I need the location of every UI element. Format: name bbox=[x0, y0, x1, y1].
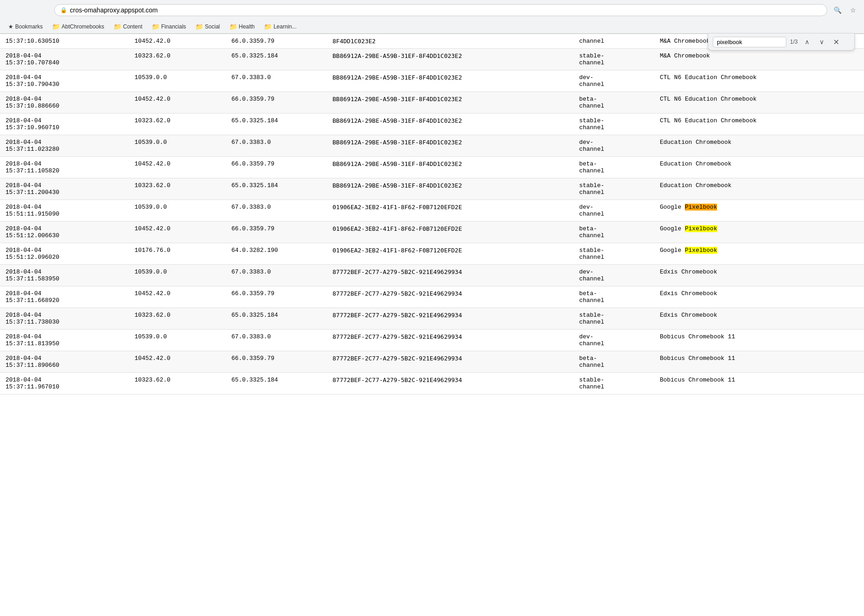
folder-icon-content: 📁 bbox=[114, 23, 121, 30]
cell-version1: 10452.42.0 bbox=[129, 157, 226, 178]
cell-version2: 66.0.3359.79 bbox=[226, 286, 327, 308]
cell-version2: 66.0.3359.79 bbox=[226, 157, 327, 178]
cell-device: CTL N6 Education Chromebook bbox=[654, 70, 864, 92]
star-icon: ★ bbox=[8, 23, 13, 30]
lock-icon: 🔒 bbox=[60, 7, 67, 13]
folder-icon-financials: 📁 bbox=[152, 23, 159, 30]
cell-uuid: BB86912A-29BE-A59B-31EF-8F4DD1C023E2 bbox=[327, 157, 574, 178]
forward-button[interactable] bbox=[21, 4, 34, 17]
bookmark-item-social[interactable]: 📁 Social bbox=[192, 22, 224, 31]
back-button[interactable] bbox=[5, 4, 17, 17]
folder-icon-social: 📁 bbox=[195, 23, 203, 30]
cell-channel: dev- channel bbox=[574, 70, 654, 92]
cell-timestamp: 2018-04-04 15:51:11.915090 bbox=[0, 200, 129, 222]
cell-version1: 10452.42.0 bbox=[129, 92, 226, 114]
cell-channel: stable- channel bbox=[574, 49, 654, 70]
bookmark-item-bookmarks[interactable]: ★ Bookmarks bbox=[5, 23, 46, 31]
cell-device: Bobicus Chromebook 11 bbox=[654, 330, 864, 351]
cell-channel: dev- channel bbox=[574, 330, 654, 351]
cell-device: Edxis Chromebook bbox=[654, 265, 864, 286]
bookmark-item-learning[interactable]: 📁 Learnin... bbox=[260, 22, 300, 31]
cell-version2: 67.0.3383.0 bbox=[226, 265, 327, 286]
address-input[interactable] bbox=[70, 6, 821, 14]
find-up-button[interactable]: ∧ bbox=[801, 36, 813, 47]
bookmarks-bar: ★ Bookmarks 📁 AbtChromebooks 📁 Content 📁… bbox=[0, 20, 864, 34]
cell-timestamp: 2018-04-04 15:37:11.200430 bbox=[0, 178, 129, 200]
bookmark-item-health[interactable]: 📁 Health bbox=[226, 22, 259, 31]
table-row: 2018-04-04 15:51:12.09602010176.76.064.0… bbox=[0, 243, 864, 265]
search-button[interactable]: 🔍 bbox=[831, 4, 844, 17]
cell-device: Education Chromebook bbox=[654, 157, 864, 178]
table-row: 2018-04-04 15:37:10.96071010323.62.065.0… bbox=[0, 114, 864, 135]
cell-device: Education Chromebook bbox=[654, 178, 864, 200]
bookmark-label-learning: Learnin... bbox=[273, 23, 296, 30]
cell-version2: 65.0.3325.184 bbox=[226, 114, 327, 135]
find-down-button[interactable]: ∨ bbox=[816, 36, 827, 47]
highlighted-text: Pixelbook bbox=[685, 247, 717, 254]
bookmark-label-financials: Financials bbox=[161, 23, 186, 30]
find-bar: 1/3 ∧ ∨ ✕ bbox=[708, 34, 855, 51]
table-row: 2018-04-04 15:37:10.79043010539.0.067.0.… bbox=[0, 70, 864, 92]
cell-channel: beta- channel bbox=[574, 286, 654, 308]
cell-device: CTL N6 Education Chromebook bbox=[654, 92, 864, 114]
table-container: 15:37:10.63051010452.42.066.0.3359.798F4… bbox=[0, 34, 864, 394]
bookmark-item-content[interactable]: 📁 Content bbox=[110, 22, 146, 31]
table-row: 2018-04-04 15:37:11.66892010452.42.066.0… bbox=[0, 286, 864, 308]
cell-version2: 66.0.3359.79 bbox=[226, 222, 327, 243]
cell-version1: 10452.42.0 bbox=[129, 286, 226, 308]
cell-version2: 64.0.3282.190 bbox=[226, 243, 327, 265]
table-row: 2018-04-04 15:37:11.10582010452.42.066.0… bbox=[0, 157, 864, 178]
data-table: 15:37:10.63051010452.42.066.0.3359.798F4… bbox=[0, 34, 864, 394]
star-button[interactable]: ☆ bbox=[847, 4, 859, 17]
cell-timestamp: 2018-04-04 15:37:11.668920 bbox=[0, 286, 129, 308]
cell-channel: stable- channel bbox=[574, 373, 654, 394]
cell-uuid: BB86912A-29BE-A59B-31EF-8F4DD1C023E2 bbox=[327, 49, 574, 70]
cell-uuid: 87772BEF-2C77-A279-5B2C-921E49629934 bbox=[327, 308, 574, 330]
table-row: 2018-04-04 15:51:11.91509010539.0.067.0.… bbox=[0, 200, 864, 222]
cell-uuid: BB86912A-29BE-A59B-31EF-8F4DD1C023E2 bbox=[327, 114, 574, 135]
cell-device: Edxis Chromebook bbox=[654, 286, 864, 308]
folder-icon-health: 📁 bbox=[229, 23, 237, 30]
cell-channel: channel bbox=[574, 34, 654, 49]
bookmark-item-abt[interactable]: 📁 AbtChromebooks bbox=[48, 22, 108, 31]
cell-device: Bobicus Chromebook 11 bbox=[654, 351, 864, 373]
cell-timestamp: 2018-04-04 15:37:10.960710 bbox=[0, 114, 129, 135]
cell-uuid: 01906EA2-3EB2-41F1-8F62-F0B7120EFD2E bbox=[327, 200, 574, 222]
cell-version2: 66.0.3359.79 bbox=[226, 351, 327, 373]
table-row: 2018-04-04 15:37:10.70784010323.62.065.0… bbox=[0, 49, 864, 70]
cell-version2: 67.0.3383.0 bbox=[226, 135, 327, 157]
cell-timestamp: 2018-04-04 15:37:11.583950 bbox=[0, 265, 129, 286]
cell-channel: dev- channel bbox=[574, 265, 654, 286]
cell-timestamp: 2018-04-04 15:37:10.707840 bbox=[0, 49, 129, 70]
cell-version2: 65.0.3325.184 bbox=[226, 308, 327, 330]
cell-timestamp: 2018-04-04 15:37:11.105820 bbox=[0, 157, 129, 178]
cell-version1: 10323.62.0 bbox=[129, 49, 226, 70]
cell-timestamp: 15:37:10.630510 bbox=[0, 34, 129, 49]
cell-version2: 66.0.3359.79 bbox=[226, 34, 327, 49]
cell-uuid: BB86912A-29BE-A59B-31EF-8F4DD1C023E2 bbox=[327, 92, 574, 114]
cell-device: Education Chromebook bbox=[654, 135, 864, 157]
cell-version1: 10323.62.0 bbox=[129, 178, 226, 200]
folder-icon-abt: 📁 bbox=[52, 23, 60, 30]
cell-device: Edxis Chromebook bbox=[654, 308, 864, 330]
table-row: 2018-04-04 15:37:10.88666010452.42.066.0… bbox=[0, 92, 864, 114]
cell-timestamp: 2018-04-04 15:37:11.967010 bbox=[0, 373, 129, 394]
bookmark-item-financials[interactable]: 📁 Financials bbox=[148, 22, 190, 31]
cell-version1: 10452.42.0 bbox=[129, 222, 226, 243]
table-row: 2018-04-04 15:37:11.81395010539.0.067.0.… bbox=[0, 330, 864, 351]
cell-version2: 66.0.3359.79 bbox=[226, 92, 327, 114]
table-row: 2018-04-04 15:37:11.20043010323.62.065.0… bbox=[0, 178, 864, 200]
highlighted-text: Pixelbook bbox=[685, 204, 717, 211]
highlighted-text: Pixelbook bbox=[685, 225, 717, 232]
cell-version2: 67.0.3383.0 bbox=[226, 70, 327, 92]
cell-uuid: 87772BEF-2C77-A279-5B2C-921E49629934 bbox=[327, 286, 574, 308]
reload-button[interactable] bbox=[38, 4, 51, 17]
cell-uuid: BB86912A-29BE-A59B-31EF-8F4DD1C023E2 bbox=[327, 178, 574, 200]
cell-version1: 10176.76.0 bbox=[129, 243, 226, 265]
find-close-button[interactable]: ✕ bbox=[831, 36, 842, 47]
cell-channel: beta- channel bbox=[574, 92, 654, 114]
find-input[interactable] bbox=[713, 37, 786, 47]
cell-uuid: 87772BEF-2C77-A279-5B2C-921E49629934 bbox=[327, 330, 574, 351]
cell-timestamp: 2018-04-04 15:37:11.738030 bbox=[0, 308, 129, 330]
cell-uuid: BB86912A-29BE-A59B-31EF-8F4DD1C023E2 bbox=[327, 135, 574, 157]
